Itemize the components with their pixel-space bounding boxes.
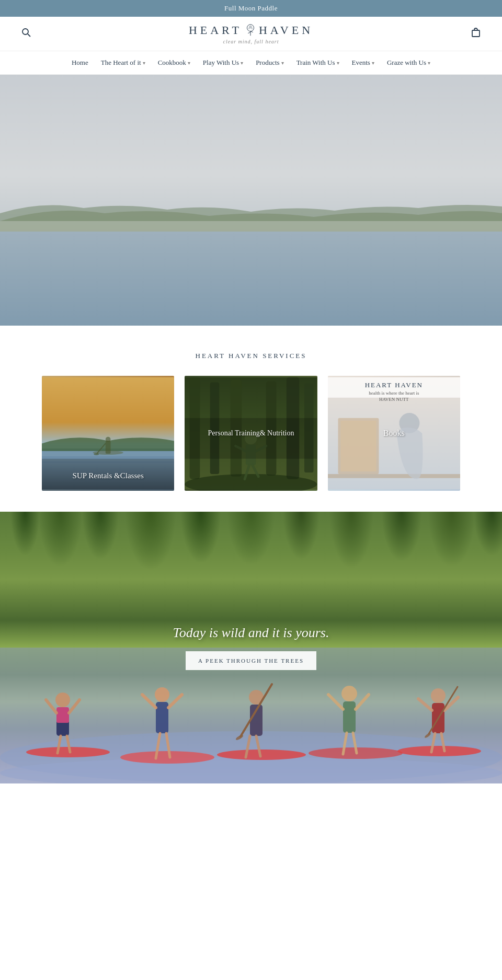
logo-subtitle: clear mind, full heart xyxy=(31,39,471,44)
svg-rect-53 xyxy=(56,707,69,723)
svg-point-20 xyxy=(94,453,99,455)
chevron-down-icon: ▾ xyxy=(188,60,190,66)
main-nav: Home The Heart of it ▾ Cookbook ▾ Play W… xyxy=(0,51,502,75)
svg-rect-71 xyxy=(343,701,356,733)
svg-point-0 xyxy=(22,29,28,34)
svg-point-70 xyxy=(341,686,357,701)
books-brand-sub: health is where the heart is xyxy=(328,390,460,396)
svg-rect-17 xyxy=(106,441,111,454)
nav-item-train[interactable]: Train With Us ▾ xyxy=(290,56,346,69)
hero-background xyxy=(0,75,502,326)
nav-item-home[interactable]: Home xyxy=(65,56,95,69)
chevron-down-icon: ▾ xyxy=(372,60,374,66)
nav-item-cookbook[interactable]: Cookbook ▾ xyxy=(152,56,197,69)
service-card-sup-label: SUP Rentals &Classes xyxy=(42,461,174,491)
outdoor-quote: Today is wild and it is yours. xyxy=(173,625,329,641)
hero-image xyxy=(0,75,502,326)
nav-item-events[interactable]: Events ▾ xyxy=(346,56,381,69)
svg-line-4 xyxy=(248,32,250,33)
svg-point-47 xyxy=(120,751,214,764)
svg-point-7 xyxy=(248,27,250,29)
svg-point-51 xyxy=(55,693,70,707)
service-card-training-label: Personal Training& Nutrition xyxy=(191,424,311,443)
cart-icon[interactable] xyxy=(471,27,481,40)
nav-item-heart[interactable]: The Heart of it ▾ xyxy=(95,56,152,69)
svg-line-5 xyxy=(250,31,253,32)
services-section: HEART HAVEN SERVICES xyxy=(0,326,502,512)
logo-title: HEART HAVEN xyxy=(31,23,471,38)
nav-item-products[interactable]: Products ▾ xyxy=(249,56,290,69)
logo[interactable]: HEART HAVEN clear mind, full heart xyxy=(31,23,471,44)
service-card-training[interactable]: Personal Training& Nutrition xyxy=(185,376,317,491)
svg-rect-9 xyxy=(472,30,480,37)
services-title: HEART HAVEN SERVICES xyxy=(21,352,481,360)
svg-line-1 xyxy=(28,34,30,37)
books-brand-title: HEART HAVEN xyxy=(328,381,460,389)
chevron-down-icon: ▾ xyxy=(281,60,284,66)
chevron-down-icon: ▾ xyxy=(428,60,430,66)
svg-point-46 xyxy=(26,747,110,757)
svg-point-48 xyxy=(217,750,306,760)
service-card-sup[interactable]: SUP Rentals &Classes xyxy=(42,376,174,491)
nav-item-play[interactable]: Play With Us ▾ xyxy=(197,56,249,69)
svg-rect-40 xyxy=(328,474,460,478)
chevron-down-icon: ▾ xyxy=(241,60,243,66)
announcement-bar: Full Moon Paddle xyxy=(0,0,502,17)
announcement-text: Full Moon Paddle xyxy=(224,4,278,12)
books-brand-sub2: HAVEN NUTT xyxy=(328,397,460,402)
chevron-down-icon: ▾ xyxy=(337,60,339,66)
svg-rect-59 xyxy=(156,702,168,733)
logo-heart-icon xyxy=(243,23,258,38)
peek-through-trees-button[interactable]: A PEEK THROUGH THE TREES xyxy=(186,651,316,670)
outdoor-content: Today is wild and it is yours. A PEEK TH… xyxy=(163,604,340,691)
svg-point-8 xyxy=(251,27,253,29)
svg-point-50 xyxy=(397,746,481,756)
books-brand-header: HEART HAVEN health is where the heart is… xyxy=(328,381,460,402)
svg-rect-11 xyxy=(0,232,502,326)
svg-rect-14 xyxy=(42,456,174,459)
svg-rect-39 xyxy=(340,421,376,471)
search-icon[interactable] xyxy=(21,27,31,40)
chevron-down-icon: ▾ xyxy=(143,60,145,66)
svg-point-76 xyxy=(431,688,446,703)
services-grid: SUP Rentals &Classes xyxy=(42,376,460,491)
outdoor-section: Today is wild and it is yours. A PEEK TH… xyxy=(0,512,502,783)
nav-item-graze[interactable]: Graze with Us ▾ xyxy=(381,56,437,69)
service-card-books-label: Books xyxy=(383,429,405,438)
hero-banner xyxy=(0,75,502,326)
site-header: HEART HAVEN clear mind, full heart xyxy=(0,17,502,51)
svg-point-18 xyxy=(106,437,111,442)
service-card-books[interactable]: HEART HAVEN health is where the heart is… xyxy=(328,376,460,491)
